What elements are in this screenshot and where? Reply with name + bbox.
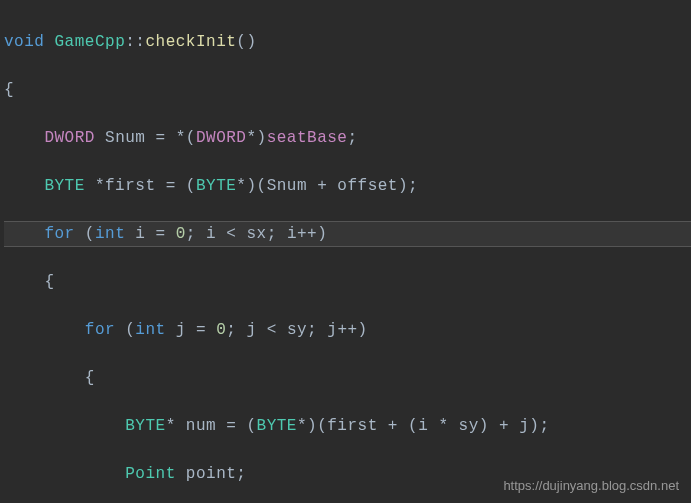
code-line: DWORD Snum = *(DWORD*)seatBase; bbox=[4, 126, 691, 150]
code-line: { bbox=[4, 78, 691, 102]
code-line: for (int j = 0; j < sy; j++) bbox=[4, 318, 691, 342]
code-line: { bbox=[4, 366, 691, 390]
class-name: GameCpp bbox=[55, 33, 126, 51]
code-line: BYTE* num = (BYTE*)(first + (i * sy) + j… bbox=[4, 414, 691, 438]
keyword-void: void bbox=[4, 33, 44, 51]
watermark: https://dujinyang.blog.csdn.net bbox=[503, 476, 679, 496]
code-editor: void GameCpp::checkInit() { DWORD Snum =… bbox=[0, 0, 691, 503]
code-line: BYTE *first = (BYTE*)(Snum + offset); bbox=[4, 174, 691, 198]
code-line: { bbox=[4, 270, 691, 294]
code-line: void GameCpp::checkInit() bbox=[4, 30, 691, 54]
function-name: checkInit bbox=[145, 33, 236, 51]
code-line-highlighted: for (int i = 0; i < sx; i++) bbox=[4, 221, 691, 247]
